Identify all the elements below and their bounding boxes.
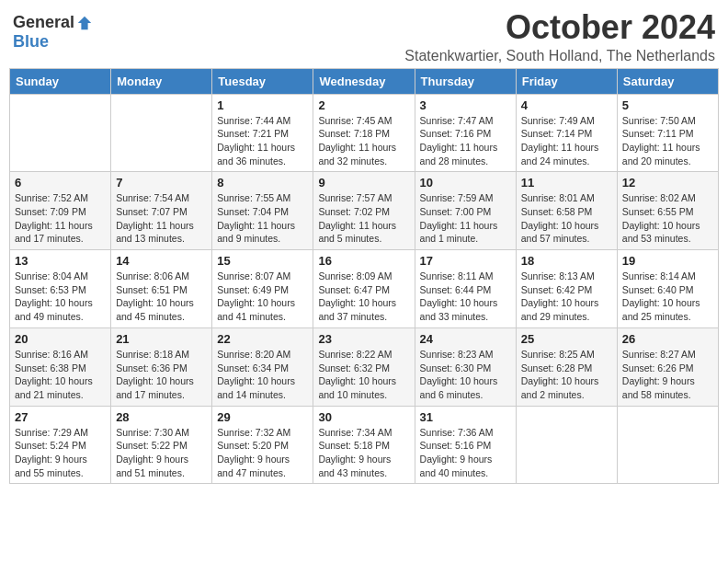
day-number: 27 [15,410,106,424]
calendar-cell: 30Sunrise: 7:34 AMSunset: 5:18 PMDayligh… [313,406,415,484]
day-info: Sunrise: 7:34 AMSunset: 5:18 PMDaylight:… [318,426,409,480]
calendar-cell: 27Sunrise: 7:29 AMSunset: 5:24 PMDayligh… [10,406,111,484]
day-info: Sunrise: 8:04 AMSunset: 6:53 PMDaylight:… [15,270,106,324]
location-title: Statenkwartier, South Holland, The Nethe… [404,48,715,64]
day-info: Sunrise: 8:14 AMSunset: 6:40 PMDaylight:… [622,270,713,324]
day-info: Sunrise: 7:54 AMSunset: 7:07 PMDaylight:… [116,191,207,246]
day-info: Sunrise: 7:49 AMSunset: 7:14 PMDaylight:… [521,114,612,168]
weekday-header: Thursday [415,68,516,94]
calendar-cell: 10Sunrise: 7:59 AMSunset: 7:00 PMDayligh… [415,172,516,250]
logo-icon [76,15,93,31]
day-number: 10 [420,176,511,190]
day-info: Sunrise: 8:22 AMSunset: 6:32 PMDaylight:… [318,348,409,402]
day-info: Sunrise: 8:09 AMSunset: 6:47 PMDaylight:… [318,270,409,324]
calendar-cell: 26Sunrise: 8:27 AMSunset: 6:26 PMDayligh… [617,327,718,406]
calendar-cell: 31Sunrise: 7:36 AMSunset: 5:16 PMDayligh… [415,406,516,484]
day-number: 19 [622,254,713,268]
weekday-header: Friday [516,68,617,94]
day-number: 29 [217,410,308,424]
logo-general-text: General [13,13,74,32]
day-number: 17 [420,254,511,268]
calendar-cell: 14Sunrise: 8:06 AMSunset: 6:51 PMDayligh… [111,250,212,328]
calendar-cell: 29Sunrise: 7:32 AMSunset: 5:20 PMDayligh… [212,406,313,484]
weekday-header: Wednesday [313,68,415,94]
calendar-cell: 12Sunrise: 8:02 AMSunset: 6:55 PMDayligh… [617,172,718,250]
day-number: 20 [15,332,106,346]
day-number: 12 [622,176,713,190]
day-number: 23 [318,332,409,346]
day-info: Sunrise: 8:27 AMSunset: 6:26 PMDaylight:… [622,348,713,402]
calendar-cell: 23Sunrise: 8:22 AMSunset: 6:32 PMDayligh… [313,327,415,406]
day-number: 6 [15,176,106,190]
calendar-week-row: 1Sunrise: 7:44 AMSunset: 7:21 PMDaylight… [10,94,719,172]
calendar-week-row: 20Sunrise: 8:16 AMSunset: 6:38 PMDayligh… [10,327,719,406]
day-info: Sunrise: 7:52 AMSunset: 7:09 PMDaylight:… [15,191,106,246]
calendar-cell: 21Sunrise: 8:18 AMSunset: 6:36 PMDayligh… [111,327,212,406]
logo: General Blue [13,13,93,52]
calendar-cell: 24Sunrise: 8:23 AMSunset: 6:30 PMDayligh… [415,327,516,406]
weekday-header: Sunday [10,68,111,94]
calendar-cell: 11Sunrise: 8:01 AMSunset: 6:58 PMDayligh… [516,172,617,250]
day-info: Sunrise: 7:59 AMSunset: 7:00 PMDaylight:… [420,191,511,246]
day-info: Sunrise: 7:57 AMSunset: 7:02 PMDaylight:… [318,191,409,246]
day-number: 30 [318,410,409,424]
day-info: Sunrise: 8:18 AMSunset: 6:36 PMDaylight:… [116,348,207,402]
day-number: 5 [622,98,713,112]
calendar-cell: 15Sunrise: 8:07 AMSunset: 6:49 PMDayligh… [212,250,313,328]
calendar-cell [516,406,617,484]
day-number: 4 [521,98,612,112]
day-info: Sunrise: 7:30 AMSunset: 5:22 PMDaylight:… [116,426,207,480]
day-number: 3 [420,98,511,112]
title-area: October 2024 Statenkwartier, South Holla… [404,9,715,64]
day-number: 11 [521,176,612,190]
calendar-cell: 16Sunrise: 8:09 AMSunset: 6:47 PMDayligh… [313,250,415,328]
calendar-cell: 20Sunrise: 8:16 AMSunset: 6:38 PMDayligh… [10,327,111,406]
calendar-cell: 28Sunrise: 7:30 AMSunset: 5:22 PMDayligh… [111,406,212,484]
day-info: Sunrise: 8:13 AMSunset: 6:42 PMDaylight:… [521,270,612,324]
day-info: Sunrise: 8:06 AMSunset: 6:51 PMDaylight:… [116,270,207,324]
weekday-header: Monday [111,68,212,94]
day-info: Sunrise: 7:44 AMSunset: 7:21 PMDaylight:… [217,114,308,168]
svg-marker-0 [78,16,91,29]
day-info: Sunrise: 7:36 AMSunset: 5:16 PMDaylight:… [420,426,511,480]
day-number: 1 [217,98,308,112]
header: General Blue October 2024 Statenkwartier… [9,9,719,64]
calendar-cell: 18Sunrise: 8:13 AMSunset: 6:42 PMDayligh… [516,250,617,328]
day-info: Sunrise: 8:02 AMSunset: 6:55 PMDaylight:… [622,191,713,246]
day-info: Sunrise: 8:16 AMSunset: 6:38 PMDaylight:… [15,348,106,402]
logo-blue-text: Blue [13,32,49,52]
calendar-cell: 8Sunrise: 7:55 AMSunset: 7:04 PMDaylight… [212,172,313,250]
calendar-cell [111,94,212,172]
day-info: Sunrise: 7:45 AMSunset: 7:18 PMDaylight:… [318,114,409,168]
day-info: Sunrise: 8:23 AMSunset: 6:30 PMDaylight:… [420,348,511,402]
calendar-cell: 5Sunrise: 7:50 AMSunset: 7:11 PMDaylight… [617,94,718,172]
calendar-cell: 7Sunrise: 7:54 AMSunset: 7:07 PMDaylight… [111,172,212,250]
day-info: Sunrise: 7:32 AMSunset: 5:20 PMDaylight:… [217,426,308,480]
calendar-week-row: 6Sunrise: 7:52 AMSunset: 7:09 PMDaylight… [10,172,719,250]
month-title: October 2024 [404,9,715,46]
calendar-table: SundayMondayTuesdayWednesdayThursdayFrid… [9,68,719,485]
day-number: 22 [217,332,308,346]
calendar-cell: 9Sunrise: 7:57 AMSunset: 7:02 PMDaylight… [313,172,415,250]
calendar-cell: 17Sunrise: 8:11 AMSunset: 6:44 PMDayligh… [415,250,516,328]
day-number: 18 [521,254,612,268]
day-number: 24 [420,332,511,346]
calendar-week-row: 27Sunrise: 7:29 AMSunset: 5:24 PMDayligh… [10,406,719,484]
calendar-cell: 2Sunrise: 7:45 AMSunset: 7:18 PMDaylight… [313,94,415,172]
calendar-cell [617,406,718,484]
day-info: Sunrise: 8:20 AMSunset: 6:34 PMDaylight:… [217,348,308,402]
calendar-cell: 6Sunrise: 7:52 AMSunset: 7:09 PMDaylight… [10,172,111,250]
weekday-header-row: SundayMondayTuesdayWednesdayThursdayFrid… [10,68,719,94]
day-number: 28 [116,410,207,424]
calendar-cell: 4Sunrise: 7:49 AMSunset: 7:14 PMDaylight… [516,94,617,172]
day-info: Sunrise: 7:47 AMSunset: 7:16 PMDaylight:… [420,114,511,168]
day-info: Sunrise: 8:25 AMSunset: 6:28 PMDaylight:… [521,348,612,402]
calendar-cell: 3Sunrise: 7:47 AMSunset: 7:16 PMDaylight… [415,94,516,172]
day-info: Sunrise: 7:55 AMSunset: 7:04 PMDaylight:… [217,191,308,246]
day-number: 25 [521,332,612,346]
day-number: 7 [116,176,207,190]
day-number: 9 [318,176,409,190]
day-info: Sunrise: 7:29 AMSunset: 5:24 PMDaylight:… [15,426,106,480]
day-number: 21 [116,332,207,346]
day-number: 8 [217,176,308,190]
